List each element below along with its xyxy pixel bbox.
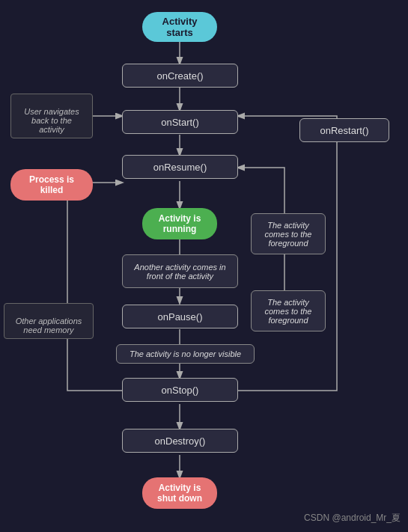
on-pause-node: onPause() <box>122 305 238 328</box>
on-create-node: onCreate() <box>122 64 238 88</box>
activity-running-node: Activity is running <box>142 208 217 239</box>
on-resume-node: onResume() <box>122 155 238 179</box>
on-start-node: onStart() <box>122 110 238 134</box>
another-activity-label: Another activity comes in front of the a… <box>122 254 238 288</box>
on-restart-node: onRestart() <box>299 118 389 142</box>
no-longer-visible-label: The activity is no longer visible <box>116 344 255 364</box>
activity-starts-node: Activity starts <box>142 12 217 42</box>
on-stop-node: onStop() <box>122 378 238 402</box>
comes-foreground-label-2: The activity comes to the foreground <box>251 290 326 331</box>
process-killed-label: Process is killed <box>10 169 93 201</box>
comes-foreground-label-1: The activity comes to the foreground <box>251 213 326 254</box>
other-apps-label: Other applications need memory <box>4 303 94 339</box>
on-destroy-node: onDestroy() <box>122 429 238 453</box>
user-navigates-label: User navigates back to the activity <box>10 94 93 138</box>
watermark: CSDN @android_Mr_夏 <box>304 512 401 525</box>
activity-shutdown-node: Activity is shut down <box>142 477 217 509</box>
